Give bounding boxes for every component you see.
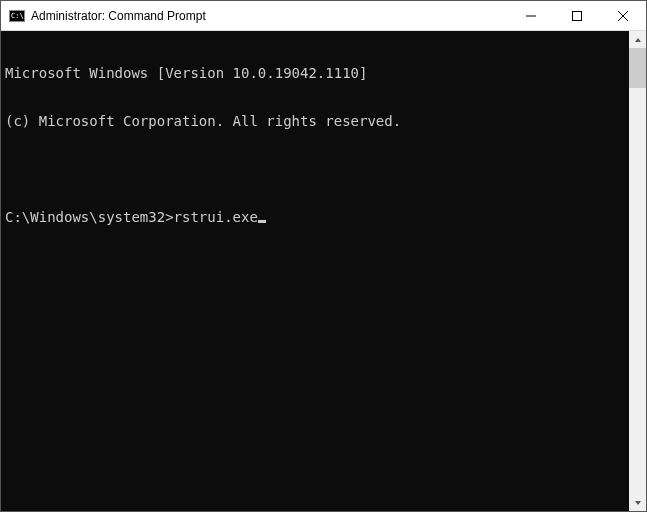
window-title: Administrator: Command Prompt: [31, 9, 206, 23]
output-line: [5, 161, 629, 177]
vertical-scrollbar[interactable]: [629, 31, 646, 511]
titlebar[interactable]: C:\ Administrator: Command Prompt: [1, 1, 646, 31]
command-prompt-window: C:\ Administrator: Command Prompt Micros…: [0, 0, 647, 512]
scroll-up-button[interactable]: [629, 31, 646, 48]
svg-rect-3: [573, 11, 582, 20]
minimize-button[interactable]: [508, 1, 554, 31]
svg-marker-7: [635, 501, 641, 505]
output-line: Microsoft Windows [Version 10.0.19042.11…: [5, 65, 629, 81]
client-area: Microsoft Windows [Version 10.0.19042.11…: [1, 31, 646, 511]
scroll-thumb[interactable]: [629, 48, 646, 88]
typed-command: rstrui.exe: [174, 209, 258, 225]
maximize-button[interactable]: [554, 1, 600, 31]
svg-text:C:\: C:\: [11, 12, 24, 20]
scroll-track[interactable]: [629, 48, 646, 494]
prompt-line: C:\Windows\system32>rstrui.exe: [5, 209, 629, 225]
terminal-output[interactable]: Microsoft Windows [Version 10.0.19042.11…: [1, 31, 629, 511]
cmd-icon: C:\: [9, 8, 25, 24]
scroll-down-button[interactable]: [629, 494, 646, 511]
output-line: (c) Microsoft Corporation. All rights re…: [5, 113, 629, 129]
text-cursor: [258, 220, 266, 223]
svg-marker-6: [635, 38, 641, 42]
prompt-path: C:\Windows\system32>: [5, 209, 174, 225]
close-button[interactable]: [600, 1, 646, 31]
